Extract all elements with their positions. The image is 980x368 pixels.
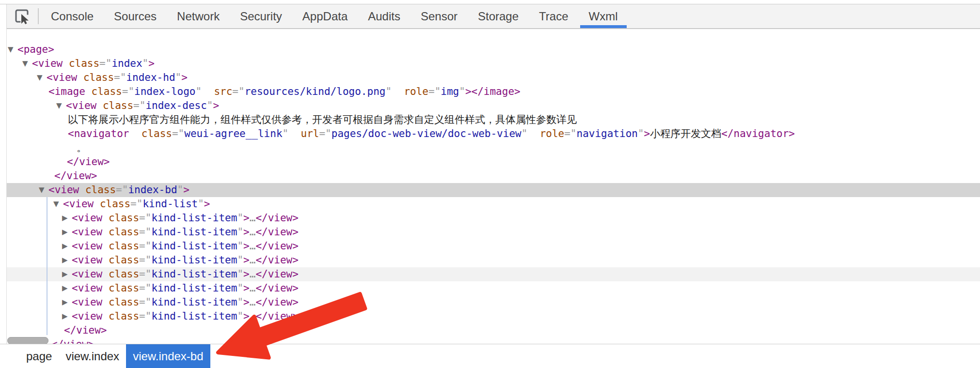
tree-row[interactable]: </view> (0, 337, 980, 344)
tab-audits[interactable]: Audits (358, 4, 411, 28)
collapse-arrow-icon[interactable]: ▼ (8, 43, 14, 57)
token-punc: =" (139, 296, 151, 308)
token-attr: class (109, 282, 139, 294)
token-tag: </view> (255, 226, 299, 238)
expand-arrow-icon[interactable]: ▶ (62, 295, 68, 309)
tab-appdata[interactable]: AppData (292, 4, 358, 28)
expand-arrow-icon[interactable]: ▶ (62, 253, 68, 267)
token-tag: > (243, 212, 250, 224)
token-tag: </view> (255, 268, 299, 280)
crumb-view.index-bd[interactable]: view.index-bd (126, 344, 210, 368)
token-tag: > (243, 254, 250, 266)
token-tag: </view> (54, 170, 97, 182)
token-val: index-bd (128, 184, 177, 196)
token-attr: class (109, 296, 139, 308)
token-tag: <image (48, 86, 85, 97)
tree-row[interactable]: ▼<view class="index"> (0, 57, 980, 71)
tree-row[interactable]: <image class="index-logo" src="resources… (0, 85, 980, 99)
token-punc: =" (139, 212, 151, 224)
tree-row[interactable]: ▼<page> (0, 43, 980, 57)
token-val: kind-list-item (151, 254, 237, 266)
token-punc: =" (428, 86, 441, 97)
token-attr: class (142, 128, 172, 139)
tree-row[interactable]: 以下将展示小程序官方组件能力，组件样式仅供参考，开发者可根据自身需求自定义组件样… (0, 113, 980, 127)
collapse-arrow-icon[interactable]: ▼ (37, 71, 43, 85)
tree-row[interactable]: ▶<view class="kind-list-item">…</view> (0, 239, 980, 253)
token-tag: </view> (255, 254, 299, 266)
expand-arrow-icon[interactable]: ▶ (62, 239, 68, 253)
expand-arrow-icon[interactable]: ▶ (62, 225, 68, 239)
inspect-element-button[interactable] (14, 4, 31, 28)
token-val: kind-list-item (151, 212, 237, 224)
tab-network[interactable]: Network (167, 4, 230, 28)
token-punc: =" (133, 100, 145, 111)
collapse-arrow-icon[interactable]: ▼ (56, 99, 62, 113)
token-val: img (441, 86, 459, 97)
token-val: kind-list-item (151, 296, 237, 308)
expand-arrow-icon[interactable]: ▶ (62, 309, 68, 323)
token-tag: <view (72, 296, 102, 308)
token-punc: " (522, 128, 528, 139)
tree-row[interactable]: ▼<view class="kind-list"> (0, 197, 980, 211)
tab-trace[interactable]: Trace (529, 4, 578, 28)
horizontal-scrollbar[interactable] (7, 337, 48, 344)
token-attr: class (109, 310, 139, 322)
tab-sensor[interactable]: Sensor (411, 4, 468, 28)
tree-row[interactable]: <navigator class="weui-agree__link" url=… (0, 127, 980, 141)
token-punc: =" (99, 58, 111, 69)
collapse-arrow-icon[interactable]: ▼ (53, 197, 59, 211)
token-tag: > (243, 240, 250, 252)
token-tag: </view> (255, 296, 299, 308)
tree-row[interactable]: ▼<view class="index-desc"> (0, 99, 980, 113)
tab-console[interactable]: Console (41, 4, 104, 28)
tree-row[interactable]: 。 (0, 141, 980, 155)
token-punc: =" (139, 310, 151, 322)
token-tag: > (243, 268, 250, 280)
token-punc: " (142, 58, 149, 69)
token-tag: <view (72, 226, 102, 238)
token-val: kind-list (142, 198, 198, 210)
token-tag: <view (47, 72, 77, 83)
tree-row[interactable]: ▼<view class="index-hd"> (0, 71, 980, 85)
tree-row[interactable]: </view> (0, 169, 980, 183)
token-attr: class (83, 72, 114, 83)
tab-storage[interactable]: Storage (468, 4, 529, 28)
tree-row[interactable]: </view> (0, 323, 980, 337)
crumb-page[interactable]: page (19, 344, 59, 368)
tab-wxml[interactable]: Wxml (579, 4, 628, 28)
token-tag: <view (72, 310, 102, 322)
collapse-arrow-icon[interactable]: ▼ (22, 57, 28, 71)
expand-arrow-icon[interactable]: ▶ (62, 281, 68, 295)
token-tag: > (181, 72, 188, 83)
token-punc: =" (122, 86, 134, 97)
token-punc: " (237, 282, 243, 294)
expand-arrow-icon[interactable]: ▶ (62, 267, 68, 281)
token-attr: src (214, 86, 232, 97)
collapse-arrow-icon[interactable]: ▼ (39, 183, 45, 197)
tree-row[interactable]: ▶<view class="kind-list-item">…</view> (0, 295, 980, 309)
token-sp (527, 128, 539, 139)
tree-row[interactable]: ▶<view class="kind-list-item">…</view> (0, 211, 980, 225)
tree-row[interactable]: ▶<view class="kind-list-item">…</view> (0, 267, 980, 281)
devtools-window: ConsoleSourcesNetworkSecurityAppDataAudi… (0, 0, 980, 368)
tree-row[interactable]: </view> (0, 155, 980, 169)
token-attr: class (109, 268, 139, 280)
tab-security[interactable]: Security (230, 4, 292, 28)
token-sp (102, 268, 109, 280)
tab-sources[interactable]: Sources (104, 4, 167, 28)
tree-row[interactable]: ▼<view class="index-bd"> (0, 183, 980, 197)
token-tag: </view> (255, 282, 299, 294)
token-sp (96, 100, 103, 111)
tree-row[interactable]: ▶<view class="kind-list-item">…</view> (0, 225, 980, 239)
crumb-view.index[interactable]: view.index (59, 344, 126, 368)
token-punc: =" (319, 128, 331, 139)
token-dots: … (250, 268, 256, 280)
tree-row[interactable]: ▶<view class="kind-list-item">…</view> (0, 281, 980, 295)
expand-arrow-icon[interactable]: ▶ (62, 211, 68, 225)
tree-row[interactable]: ▶<view class="kind-list-item">…</view> (0, 309, 980, 323)
tree-row[interactable]: ▶<view class="kind-list-item">…</view> (0, 253, 980, 267)
token-text: 小程序开发文档 (650, 128, 721, 139)
token-punc: " (175, 72, 182, 83)
token-punc: " (237, 240, 243, 252)
token-tag: <navigator (68, 128, 129, 139)
